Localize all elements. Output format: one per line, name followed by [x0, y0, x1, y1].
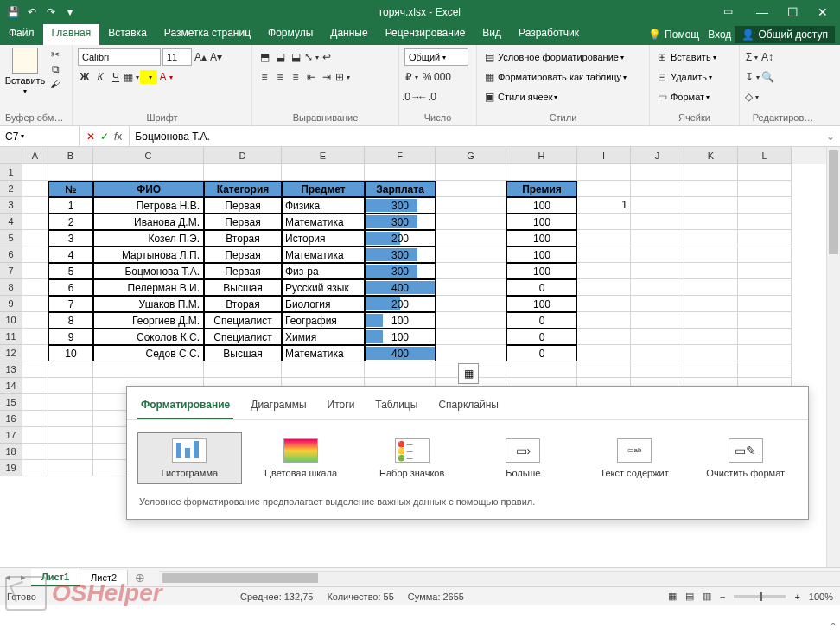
cell[interactable] — [506, 361, 577, 378]
cell[interactable] — [204, 164, 282, 181]
cell[interactable]: 100 — [506, 296, 577, 312]
indent-dec-icon[interactable]: ⇤ — [304, 70, 318, 84]
cell[interactable]: Химия — [282, 329, 365, 345]
cell[interactable] — [577, 263, 631, 279]
cell[interactable]: 100 — [506, 246, 577, 263]
cell[interactable] — [631, 164, 684, 181]
cell[interactable] — [48, 411, 93, 427]
cell[interactable]: 300 — [365, 263, 436, 279]
qa-item-iconset[interactable]: 🔴 —🟡 —🟢 —Набор значков — [360, 432, 464, 484]
cell[interactable] — [738, 312, 792, 329]
row-header[interactable]: 4 — [0, 214, 22, 230]
qa-item-clear[interactable]: ▭✎Очистить формат — [693, 432, 798, 484]
size-combo[interactable]: 11 — [162, 48, 192, 66]
tab-insert[interactable]: Вставка — [99, 24, 156, 45]
cell[interactable] — [684, 312, 738, 329]
row-header[interactable]: 13 — [0, 361, 22, 378]
cell[interactable] — [738, 279, 792, 296]
font-color-icon[interactable]: A — [159, 70, 173, 84]
cell[interactable] — [48, 394, 93, 411]
cell[interactable] — [577, 230, 631, 246]
tab-view[interactable]: Вид — [474, 24, 510, 45]
qa-tab-charts[interactable]: Диаграммы — [247, 393, 309, 419]
cell[interactable] — [631, 345, 684, 361]
cell[interactable] — [22, 394, 48, 411]
login[interactable]: Вход — [708, 29, 731, 41]
select-all-corner[interactable] — [0, 147, 22, 164]
cell[interactable] — [577, 164, 631, 181]
cell[interactable] — [631, 263, 684, 279]
cell[interactable] — [577, 296, 631, 312]
cell[interactable]: Первая — [204, 263, 282, 279]
cell[interactable] — [365, 164, 436, 181]
view-pagebreak-icon[interactable]: ▥ — [703, 591, 711, 602]
cell[interactable]: 4 — [48, 246, 93, 263]
col-header[interactable]: B — [48, 147, 93, 164]
sort-filter-icon[interactable]: A↕ — [760, 50, 774, 64]
zoom-in-icon[interactable]: + — [794, 591, 799, 602]
cell[interactable] — [22, 329, 48, 345]
cell[interactable] — [684, 296, 738, 312]
cell[interactable]: Козел П.Э. — [93, 230, 204, 246]
qa-item-histogram[interactable]: Гистограмма — [137, 432, 242, 484]
redo-icon[interactable]: ↷ — [43, 4, 59, 20]
cell[interactable]: 10 — [48, 345, 93, 361]
format-cells-button[interactable]: ▭Формат▾ — [655, 87, 710, 106]
cell[interactable] — [631, 329, 684, 345]
row-header[interactable]: 2 — [0, 181, 22, 197]
clear-icon[interactable]: ◇ — [745, 90, 759, 104]
col-header[interactable]: H — [506, 147, 577, 164]
cell[interactable] — [684, 197, 738, 214]
sheet-nav-prev-icon[interactable]: ◂ — [0, 572, 16, 583]
col-header[interactable]: F — [365, 147, 436, 164]
qa-tab-totals[interactable]: Итоги — [324, 393, 359, 419]
qa-tab-sparklines[interactable]: Спарклайны — [435, 393, 502, 419]
cell[interactable]: Мартынова Л.П. — [93, 246, 204, 263]
cell[interactable]: Математика — [282, 345, 365, 361]
orientation-icon[interactable]: ⤡ — [304, 50, 318, 64]
cell[interactable] — [684, 214, 738, 230]
cell[interactable] — [22, 361, 48, 378]
cell[interactable] — [365, 361, 436, 378]
cell[interactable] — [436, 181, 506, 197]
cell[interactable]: Зарплата — [365, 181, 436, 197]
row-header[interactable]: 8 — [0, 279, 22, 296]
cell[interactable]: 0 — [506, 312, 577, 329]
maximize-icon[interactable]: ☐ — [787, 5, 799, 19]
cell[interactable]: Премия — [506, 181, 577, 197]
formula-input[interactable]: Боцмонова Т.А. — [130, 131, 821, 143]
vertical-scrollbar[interactable] — [826, 147, 840, 567]
cell[interactable] — [436, 214, 506, 230]
col-header[interactable]: D — [204, 147, 282, 164]
cell[interactable] — [684, 345, 738, 361]
cell[interactable]: Первая — [204, 197, 282, 214]
cell[interactable] — [631, 181, 684, 197]
cell[interactable]: Специалист — [204, 329, 282, 345]
fill-color-icon[interactable] — [140, 70, 157, 84]
cell[interactable] — [738, 263, 792, 279]
zoom-slider[interactable] — [734, 595, 786, 598]
cell[interactable] — [738, 329, 792, 345]
cell[interactable] — [48, 378, 93, 394]
cell[interactable]: Георгиев Д.М. — [93, 312, 204, 329]
indent-inc-icon[interactable]: ⇥ — [320, 70, 334, 84]
grow-font-icon[interactable]: A▴ — [194, 50, 207, 64]
cell-styles-button[interactable]: ▣Стили ячеек▾ — [482, 87, 557, 106]
cell[interactable] — [22, 246, 48, 263]
cell[interactable]: 100 — [506, 214, 577, 230]
cell[interactable] — [436, 329, 506, 345]
name-box[interactable]: C7 — [0, 126, 80, 146]
cell[interactable] — [436, 164, 506, 181]
cell[interactable]: Иванова Д.М. — [93, 214, 204, 230]
cell[interactable] — [631, 246, 684, 263]
cell[interactable] — [282, 361, 365, 378]
cell[interactable] — [22, 164, 48, 181]
cell[interactable] — [436, 263, 506, 279]
qa-item-textcontains[interactable]: ▭abТекст содержит — [582, 432, 687, 484]
cell[interactable]: Математика — [282, 246, 365, 263]
cell[interactable] — [436, 230, 506, 246]
cell[interactable]: Предмет — [282, 181, 365, 197]
cell[interactable] — [22, 181, 48, 197]
cell[interactable] — [631, 197, 684, 214]
cancel-fx-icon[interactable]: ✕ — [86, 131, 95, 143]
